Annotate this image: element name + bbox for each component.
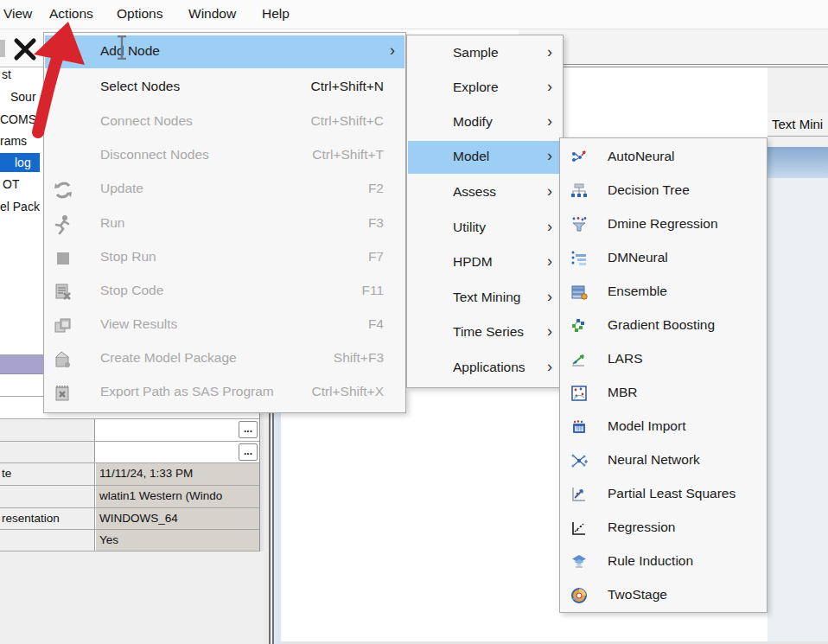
property-value[interactable]: wlatin1 Western (Windo <box>96 486 259 507</box>
ellipsis-button[interactable]: ... <box>239 421 258 438</box>
ensemble-icon <box>570 284 588 301</box>
menu-item-rule-induction[interactable]: Rule Induction <box>561 545 766 578</box>
property-label <box>0 486 95 507</box>
menu-item-decision-tree[interactable]: Decision Tree <box>561 175 766 207</box>
menu-item-hpdm[interactable]: HPDM › <box>408 246 562 279</box>
menu-item-update[interactable]: Update F2 <box>45 173 404 206</box>
menu-item-model[interactable]: Model › <box>408 141 562 174</box>
lars-icon <box>570 351 588 368</box>
model-import-icon <box>570 418 588 436</box>
right-panel <box>767 178 828 644</box>
property-value[interactable] <box>96 419 259 441</box>
menu-item-stop-code[interactable]: Stop Code F11 <box>45 275 404 308</box>
menu-item-mbr[interactable]: MBR <box>561 377 766 410</box>
menubar: View Actions Options Window Help <box>0 0 828 29</box>
run-icon <box>53 214 73 235</box>
menu-item-applications[interactable]: Applications › <box>408 352 562 385</box>
menu-item-text-mining[interactable]: Text Mining › <box>408 282 562 315</box>
menu-item-add-node[interactable]: Add Node › <box>45 35 404 68</box>
menu-item-dmine-regression[interactable]: Dmine Regression <box>561 208 766 241</box>
property-value[interactable] <box>96 442 259 462</box>
delete-icon[interactable] <box>10 35 40 64</box>
menu-item-gradient-boosting[interactable]: Gradient Boosting <box>561 309 766 342</box>
update-icon <box>53 180 73 201</box>
menu-view[interactable]: View <box>3 6 32 22</box>
menu-item-view-results[interactable]: View Results F4 <box>45 309 404 341</box>
autoneural-icon <box>570 149 588 166</box>
property-value[interactable]: 11/11/24, 1:33 PM <box>96 463 259 485</box>
menu-item-dmneural[interactable]: DMNeural <box>561 242 766 275</box>
menu-item-ensemble[interactable]: Ensemble <box>561 276 766 309</box>
table-row <box>0 419 259 442</box>
menu-item-neural-network[interactable]: Neural Network <box>561 444 766 477</box>
table-row: resentation WINDOWS_64 <box>0 508 259 530</box>
top-toolbar-strip <box>519 29 828 64</box>
clipped-toolbar-icon[interactable] <box>0 40 5 57</box>
table-row <box>0 442 259 463</box>
menu-item-assess[interactable]: Assess › <box>408 176 562 209</box>
ellipsis-button[interactable]: ... <box>239 443 258 461</box>
tree-item-selected[interactable]: log <box>0 153 40 172</box>
menu-item-model-import[interactable]: Model Import <box>561 411 766 443</box>
menu-item-partial-least-squares[interactable]: Partial Least Squares <box>561 478 766 511</box>
menu-item-sample[interactable]: Sample › <box>408 37 562 70</box>
property-label: te <box>0 463 95 485</box>
property-label <box>0 530 95 551</box>
menu-options[interactable]: Options <box>117 6 162 22</box>
stop-run-icon <box>53 248 73 269</box>
tree-item[interactable]: COMS <box>0 112 36 126</box>
tree-item[interactable]: el Pack <box>0 200 40 214</box>
dmneural-icon <box>570 250 588 267</box>
property-value[interactable]: Yes <box>96 530 259 551</box>
table-row: wlatin1 Western (Windo <box>0 486 259 508</box>
tree-item[interactable]: rams <box>0 134 27 148</box>
menu-item-disconnect-nodes[interactable]: Disconnect Nodes Ctrl+Shift+T <box>45 139 404 172</box>
menu-item-autoneural[interactable]: AutoNeural <box>561 141 766 174</box>
menu-help[interactable]: Help <box>262 6 290 22</box>
menu-actions[interactable]: Actions <box>49 6 93 22</box>
export-path-icon <box>53 383 73 404</box>
view-results-icon <box>53 316 73 336</box>
chevron-right-icon: › <box>547 112 552 131</box>
menu-item-time-series[interactable]: Time Series › <box>408 316 562 349</box>
tree-item[interactable]: Sour <box>10 90 36 104</box>
menu-item-run[interactable]: Run F3 <box>45 207 404 240</box>
text-cursor-icon <box>116 35 128 60</box>
menu-item-modify[interactable]: Modify › <box>408 106 562 139</box>
chevron-right-icon: › <box>547 147 552 165</box>
lower-left-panel <box>0 552 264 644</box>
tab-text-mining[interactable]: Text Mini <box>772 117 823 131</box>
property-value[interactable]: WINDOWS_64 <box>96 508 259 529</box>
chevron-right-icon: › <box>547 288 552 306</box>
menu-item-regression[interactable]: Regression <box>561 512 766 545</box>
tree-item[interactable]: st <box>2 67 11 81</box>
model-submenu: AutoNeural Decision Tree Dmine Regressio… <box>559 137 767 613</box>
property-label <box>0 419 95 441</box>
menu-item-lars[interactable]: LARS <box>561 343 766 376</box>
table-row: te 11/11/24, 1:33 PM <box>0 463 259 486</box>
chevron-right-icon: › <box>547 78 552 96</box>
menu-item-twostage[interactable]: TwoStage <box>561 579 766 612</box>
tree-item[interactable]: OT <box>3 177 19 191</box>
neural-network-icon <box>570 452 588 469</box>
menu-item-export-path[interactable]: Export Path as SAS Program Ctrl+Shift+X <box>45 376 404 409</box>
regression-icon <box>570 520 588 537</box>
dmine-regression-icon <box>570 216 588 233</box>
decision-tree-icon <box>570 182 588 200</box>
gradient-boosting-icon <box>570 317 588 335</box>
menu-item-create-model-package[interactable]: Create Model Package Shift+F3 <box>45 342 404 375</box>
chevron-right-icon: › <box>547 322 552 341</box>
partial-least-squares-icon <box>570 486 588 503</box>
menu-item-stop-run[interactable]: Stop Run F7 <box>45 241 404 274</box>
chevron-right-icon: › <box>547 252 552 271</box>
mbr-icon <box>570 385 588 402</box>
menu-item-connect-nodes[interactable]: Connect Nodes Ctrl+Shift+C <box>45 105 404 138</box>
property-label: resentation <box>0 508 95 529</box>
chevron-right-icon: › <box>390 41 395 60</box>
menu-window[interactable]: Window <box>188 6 236 22</box>
chevron-right-icon: › <box>547 43 552 61</box>
menu-item-utility[interactable]: Utility › <box>408 212 562 245</box>
chevron-right-icon: › <box>547 182 552 201</box>
menu-item-explore[interactable]: Explore › <box>408 72 562 105</box>
menu-item-select-nodes[interactable]: Select Nodes Ctrl+Shift+N <box>45 71 404 104</box>
